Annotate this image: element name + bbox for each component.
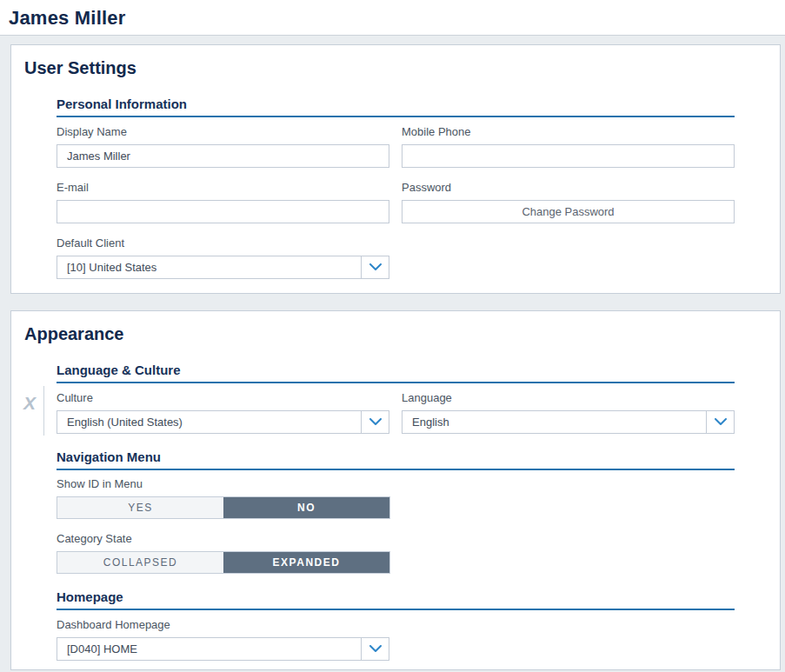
email-label: E-mail — [57, 181, 389, 194]
user-settings-card: User Settings Personal Information Displ… — [10, 44, 781, 294]
category-state-toggle: COLLAPSED EXPANDED — [57, 551, 390, 574]
culture-select[interactable]: English (United States) — [57, 410, 389, 434]
default-client-select[interactable]: [10] United States — [57, 256, 389, 279]
show-id-in-menu-toggle: YES NO — [57, 496, 390, 519]
display-name-label: Display Name — [57, 125, 389, 138]
language-label: Language — [402, 391, 735, 404]
clear-field-icon[interactable]: X — [23, 394, 36, 412]
page-header: James Miller — [0, 0, 785, 35]
chevron-down-icon[interactable] — [706, 411, 734, 433]
password-label: Password — [402, 181, 735, 194]
dashboard-homepage-value: [D040] HOME — [67, 642, 137, 655]
default-client-value: [10] United States — [67, 261, 156, 274]
category-state-label: Category State — [57, 532, 735, 545]
section-personal-information: Personal Information — [57, 96, 735, 117]
dashboard-homepage-select[interactable]: [D040] HOME — [57, 637, 389, 661]
show-id-no-option[interactable]: NO — [223, 497, 389, 518]
chevron-down-icon[interactable] — [361, 638, 389, 660]
section-navigation-menu: Navigation Menu — [57, 449, 735, 470]
mobile-phone-label: Mobile Phone — [402, 125, 735, 138]
category-collapsed-option[interactable]: COLLAPSED — [57, 552, 223, 573]
content-area: User Settings Personal Information Displ… — [0, 35, 785, 672]
culture-label: Culture — [57, 391, 389, 404]
email-input[interactable] — [57, 200, 389, 223]
language-select[interactable]: English — [402, 410, 735, 434]
show-id-in-menu-label: Show ID in Menu — [57, 477, 735, 490]
dashboard-homepage-label: Dashboard Homepage — [57, 618, 389, 631]
category-expanded-option[interactable]: EXPANDED — [223, 552, 389, 573]
mobile-phone-input[interactable] — [402, 144, 735, 168]
chevron-down-icon[interactable] — [361, 256, 389, 278]
show-id-yes-option[interactable]: YES — [57, 497, 223, 518]
chevron-down-icon[interactable] — [361, 411, 389, 433]
user-settings-title: User Settings — [24, 58, 780, 78]
default-client-label: Default Client — [57, 236, 389, 250]
change-password-button[interactable]: Change Password — [402, 200, 735, 223]
clear-field-divider — [43, 386, 44, 436]
section-homepage: Homepage — [57, 589, 735, 610]
language-value: English — [412, 416, 449, 429]
appearance-title: Appearance — [24, 324, 780, 344]
display-name-input[interactable] — [57, 144, 389, 168]
page-title: James Miller — [9, 7, 785, 30]
appearance-card: X Appearance Language & Culture Culture … — [10, 310, 781, 670]
section-language-culture: Language & Culture — [57, 363, 735, 383]
culture-value: English (United States) — [67, 416, 183, 429]
